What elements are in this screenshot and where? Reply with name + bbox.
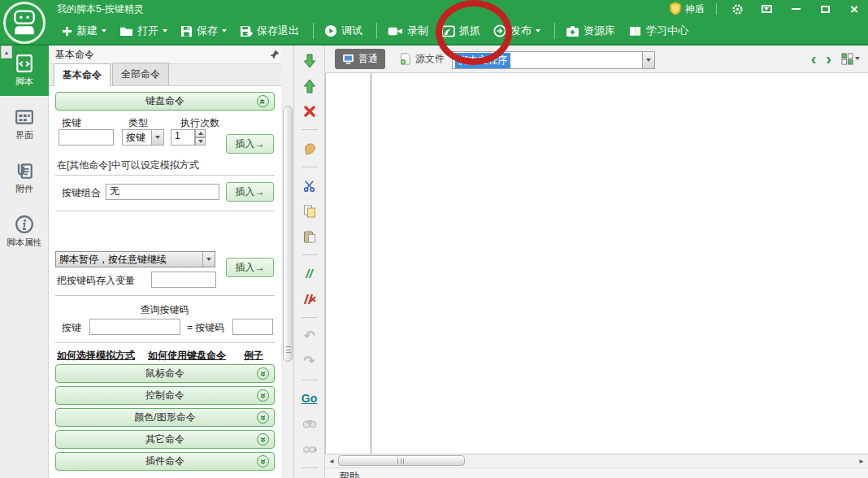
expand-icon[interactable]: « xyxy=(257,367,269,380)
close-button[interactable]: × xyxy=(845,2,863,16)
window-dropdown-icon xyxy=(762,5,772,13)
sidebar-item-interface[interactable]: 界面 xyxy=(0,99,49,150)
nav-forward-button[interactable]: › xyxy=(826,50,831,67)
section-mouse-commands[interactable]: 鼠标命令 « xyxy=(55,364,275,383)
new-button[interactable]: 新建 xyxy=(57,21,111,41)
uncomment-button[interactable] xyxy=(299,290,320,307)
count-stepper[interactable] xyxy=(195,129,206,146)
resources-button[interactable]: 资源库 xyxy=(561,21,620,41)
link-usage[interactable]: 如何使用键盘命令 xyxy=(148,349,226,363)
scroll-left-button[interactable]: ◄ xyxy=(326,455,337,467)
tab-basic-commands[interactable]: 基本命令 xyxy=(54,63,111,86)
open-button[interactable]: 打开 xyxy=(115,21,172,41)
settings-button[interactable] xyxy=(728,2,746,16)
cut-button[interactable] xyxy=(299,177,320,194)
section-plugin-commands[interactable]: 插件命令 « xyxy=(55,452,275,471)
goto-button[interactable]: Go xyxy=(299,390,320,407)
insert-key-button[interactable]: 插入→ xyxy=(226,134,274,154)
tab-normal-view[interactable]: 普通 xyxy=(335,49,385,69)
maximize-button[interactable] xyxy=(816,2,834,16)
find-next-icon xyxy=(302,445,317,454)
redo-button[interactable]: ↷ xyxy=(299,353,320,370)
info-icon xyxy=(15,215,34,234)
save-exit-button[interactable]: 保存退出 xyxy=(235,21,304,41)
open-dropdown-caret xyxy=(163,29,167,33)
insert-combo-button[interactable]: 插入→ xyxy=(226,182,274,202)
type-select[interactable]: 按键 xyxy=(122,129,164,146)
section-color-commands[interactable]: 颜色/图形命令 « xyxy=(55,408,275,427)
key-input[interactable] xyxy=(59,129,114,146)
tab-all-commands[interactable]: 全部命令 xyxy=(112,63,169,85)
section-keyboard-commands[interactable]: 键盘命令 « xyxy=(55,92,275,111)
scroll-right-button[interactable]: ► xyxy=(856,455,867,467)
find-next-button[interactable] xyxy=(299,441,320,458)
expand-icon[interactable]: « xyxy=(257,433,269,445)
record-button[interactable]: 录制 xyxy=(383,21,433,41)
move-down-button[interactable] xyxy=(299,52,320,69)
store-variable-input[interactable] xyxy=(151,272,216,288)
interface-icon xyxy=(15,107,34,127)
find-button[interactable] xyxy=(299,415,320,432)
copy-button[interactable] xyxy=(299,202,320,219)
subroutine-select[interactable]: 脚本主程序 xyxy=(452,51,655,69)
step-down-icon[interactable] xyxy=(195,137,206,146)
sidebar-item-properties[interactable]: 脚本属性 xyxy=(0,206,49,257)
robot-icon xyxy=(8,7,41,39)
learning-button[interactable]: 学习中心 xyxy=(623,21,693,41)
horizontal-scrollbar[interactable]: ◄ ► xyxy=(325,454,868,467)
step-up-icon[interactable] xyxy=(195,129,206,137)
undo-button[interactable]: ↶ xyxy=(299,328,320,345)
view-dropdown-caret xyxy=(855,57,860,60)
delete-button[interactable] xyxy=(299,102,320,120)
undo-icon: ↶ xyxy=(303,328,315,345)
count-label: 执行次数 xyxy=(180,116,219,130)
favorite-button[interactable] xyxy=(299,140,320,157)
query-key-input[interactable] xyxy=(89,319,180,335)
window-title: 我的脚本5-按键精灵 xyxy=(57,2,144,16)
panel-tabs: 基本命令 全部命令 xyxy=(49,64,294,86)
view-layout-button[interactable] xyxy=(841,53,860,65)
shield-button[interactable]: 神盾 xyxy=(669,2,705,16)
query-code-input[interactable] xyxy=(232,319,273,335)
favorite-icon xyxy=(303,142,316,155)
debug-button[interactable]: 调试 xyxy=(319,21,367,41)
nav-back-button[interactable]: ‹ xyxy=(811,50,817,67)
comment-button[interactable]: // xyxy=(299,265,320,282)
query-key-label: 按键 xyxy=(62,321,81,335)
save-dropdown-caret xyxy=(222,29,227,33)
dropdown-caret-icon xyxy=(151,130,163,145)
pin-icon[interactable] xyxy=(270,50,280,59)
panel-scroll-thumb[interactable] xyxy=(283,106,293,362)
section-control-commands[interactable]: 控制命令 « xyxy=(55,386,275,405)
code-editor[interactable] xyxy=(325,73,868,454)
title-bar: 我的脚本5-按键精灵 神盾 xyxy=(0,0,868,18)
link-simulation[interactable]: 如何选择模拟方式 xyxy=(57,349,135,363)
count-input[interactable]: 1 xyxy=(171,129,195,146)
publish-icon xyxy=(493,24,506,37)
key-label: 按键 xyxy=(62,116,81,130)
minimize-button[interactable] xyxy=(787,2,805,16)
window-menu-button[interactable] xyxy=(757,2,775,16)
scroll-up-button[interactable]: ▲ xyxy=(1,46,12,59)
hscroll-thumb[interactable] xyxy=(338,455,465,466)
tab-source-view[interactable]: 源文件 xyxy=(392,49,452,69)
panel-title: 基本命令 xyxy=(55,48,94,62)
insert-pause-button[interactable]: 插入→ xyxy=(226,258,274,277)
move-up-button[interactable] xyxy=(299,77,320,94)
save-button[interactable]: 保存 xyxy=(176,21,232,41)
capture-button[interactable]: 抓抓 xyxy=(436,21,485,41)
collapse-icon[interactable]: « xyxy=(257,95,269,107)
paste-button[interactable] xyxy=(299,228,320,245)
expand-icon[interactable]: « xyxy=(257,389,269,402)
combo-input[interactable]: 无 xyxy=(106,184,219,200)
pause-select[interactable]: 脚本暂停，按任意键继续 xyxy=(55,251,215,267)
toolbar-separator xyxy=(302,467,318,468)
sidebar-item-attachment[interactable]: 附件 xyxy=(0,153,49,203)
section-other-commands[interactable]: 其它命令 « xyxy=(55,430,275,449)
link-example[interactable]: 例子 xyxy=(244,349,263,363)
source-file-icon xyxy=(399,53,411,65)
publish-button[interactable]: 发布 xyxy=(488,21,545,41)
app-logo[interactable] xyxy=(3,2,46,44)
expand-icon[interactable]: « xyxy=(257,455,269,467)
expand-icon[interactable]: « xyxy=(257,411,269,424)
